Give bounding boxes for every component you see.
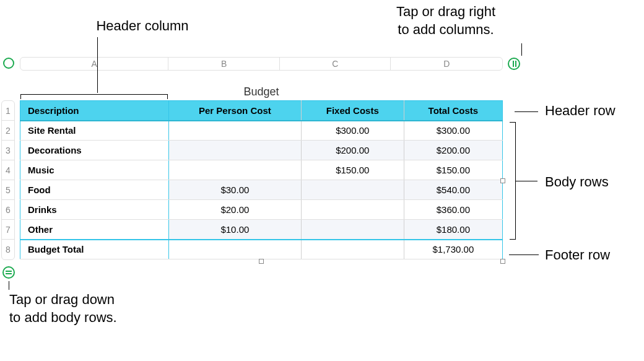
table-footer-row: Budget Total $1,730.00 (20, 240, 503, 259)
column-header-d[interactable]: D (391, 58, 502, 70)
row-header-4[interactable]: 4 (2, 160, 14, 180)
header-fixed[interactable]: Fixed Costs (301, 101, 404, 121)
cell-per-person[interactable]: $30.00 (169, 180, 302, 200)
column-header-bar: A B C D (20, 57, 503, 71)
callout-header-row: Header row (545, 102, 616, 120)
table-title[interactable]: Budget (20, 85, 503, 98)
budget-table: Description Per Person Cost Fixed Costs … (20, 100, 503, 259)
callout-line (521, 43, 522, 56)
cell-per-person[interactable] (169, 121, 302, 141)
callout-add-columns: Tap or drag right to add columns. (368, 3, 523, 38)
cell-description[interactable]: Music (20, 160, 169, 180)
cell-total[interactable]: $180.00 (404, 220, 502, 240)
callout-footer-row: Footer row (545, 246, 610, 264)
cell-fixed[interactable]: $300.00 (301, 121, 404, 141)
row-header-bar: 1 2 3 4 5 6 7 8 (1, 100, 15, 260)
row-header-1[interactable]: 1 (2, 101, 14, 121)
column-header-a[interactable]: A (20, 58, 168, 70)
table-row: Drinks $20.00 $360.00 (20, 200, 503, 220)
resize-handle-bottom[interactable] (259, 259, 264, 264)
cell-description[interactable]: Other (20, 220, 169, 240)
table-row: Site Rental $300.00 $300.00 (20, 121, 503, 141)
callout-line (515, 111, 538, 112)
cell-total[interactable]: $200.00 (404, 141, 502, 160)
cell-per-person[interactable]: $10.00 (169, 220, 302, 240)
header-per-person[interactable]: Per Person Cost (169, 101, 302, 121)
cell-total[interactable]: $540.00 (404, 180, 502, 200)
cell-description[interactable]: Drinks (20, 200, 169, 220)
callout-add-rows: Tap or drag down to add body rows. (9, 291, 152, 326)
add-columns-handle[interactable] (508, 58, 520, 70)
row-header-6[interactable]: 6 (2, 200, 14, 220)
cell-fixed[interactable]: $150.00 (301, 160, 404, 180)
cell-footer-fixed[interactable] (301, 240, 404, 259)
cell-per-person[interactable] (169, 141, 302, 160)
cell-footer-per[interactable] (169, 240, 302, 259)
table-row: Music $150.00 $150.00 (20, 160, 503, 180)
table-row: Decorations $200.00 $200.00 (20, 141, 503, 160)
table-row: Other $10.00 $180.00 (20, 220, 503, 240)
add-rows-handle[interactable] (2, 266, 15, 279)
callout-line (9, 281, 9, 290)
column-header-c[interactable]: C (280, 58, 391, 70)
corner-select-handle[interactable] (3, 58, 14, 69)
callout-line (97, 37, 98, 93)
table-header-row: Description Per Person Cost Fixed Costs … (20, 101, 503, 121)
cell-description[interactable]: Site Rental (20, 121, 169, 141)
cell-footer-description[interactable]: Budget Total (20, 240, 169, 259)
header-description[interactable]: Description (20, 101, 169, 121)
callout-line (516, 181, 537, 181)
callout-header-column: Header column (74, 17, 211, 35)
resize-handle-corner[interactable] (500, 259, 505, 264)
cell-total[interactable]: $360.00 (404, 200, 502, 220)
row-header-5[interactable]: 5 (2, 180, 14, 200)
callout-body-rows: Body rows (545, 173, 609, 191)
cell-total[interactable]: $300.00 (404, 121, 502, 141)
resize-handle-right[interactable] (500, 178, 505, 183)
cell-fixed[interactable]: $200.00 (301, 141, 404, 160)
cell-fixed[interactable] (301, 180, 404, 200)
row-header-7[interactable]: 7 (2, 220, 14, 240)
header-total[interactable]: Total Costs (404, 101, 502, 121)
callout-line (509, 254, 539, 255)
cell-fixed[interactable] (301, 200, 404, 220)
cell-description[interactable]: Decorations (20, 141, 169, 160)
cell-total[interactable]: $150.00 (404, 160, 502, 180)
cell-footer-total[interactable]: $1,730.00 (404, 240, 502, 259)
column-header-b[interactable]: B (168, 58, 280, 70)
cell-per-person[interactable]: $20.00 (169, 200, 302, 220)
bracket-body-rows (510, 122, 516, 240)
table-row: Food $30.00 $540.00 (20, 180, 503, 200)
cell-per-person[interactable] (169, 160, 302, 180)
row-header-8[interactable]: 8 (2, 240, 14, 259)
row-header-3[interactable]: 3 (2, 141, 14, 160)
cell-fixed[interactable] (301, 220, 404, 240)
cell-description[interactable]: Food (20, 180, 169, 200)
row-header-2[interactable]: 2 (2, 121, 14, 141)
